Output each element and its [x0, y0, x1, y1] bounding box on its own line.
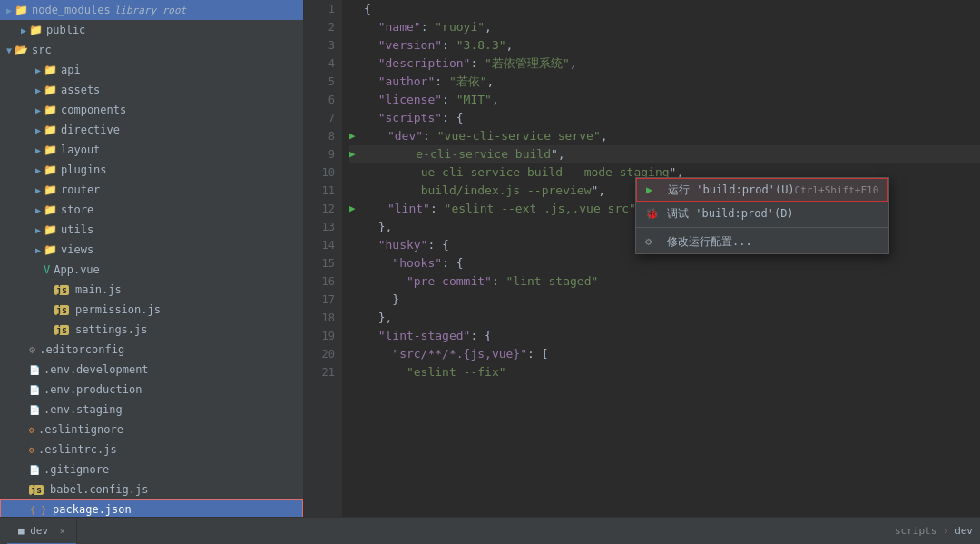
tab-dev[interactable]: ■ dev ✕: [7, 518, 77, 545]
context-menu-modify-label: 修改运行配置...: [667, 234, 752, 250]
tree-label: package.json: [53, 503, 132, 516]
git-icon: 📄: [29, 465, 40, 475]
eslint-icon: ⚙: [29, 425, 34, 435]
code-editor: 12345 678910 1112131415 1617181920 21 { …: [304, 0, 980, 517]
tab-close-icon[interactable]: ✕: [60, 526, 65, 536]
context-menu-run[interactable]: ▶ 运行 'build:prod'(U) Ctrl+Shift+F10: [636, 178, 888, 202]
line-numbers: 12345 678910 1112131415 1617181920 21: [304, 0, 342, 517]
tree-item-src[interactable]: ▼ 📂 src: [0, 40, 303, 60]
tree-label: settings.js: [75, 323, 147, 336]
tree-item-env-staging[interactable]: ▶ 📄 .env.staging: [0, 400, 303, 420]
tree-label: main.js: [75, 283, 122, 296]
breadcrumb-dev: dev: [955, 525, 973, 537]
tree-label: App.vue: [54, 263, 100, 276]
js-icon: js: [54, 325, 69, 335]
tree-item-package-json[interactable]: ▶ { } package.json: [0, 499, 303, 517]
folder-icon: 📁: [29, 24, 43, 36]
tree-label: components: [61, 104, 126, 116]
env-icon: 📄: [29, 405, 40, 415]
tree-label: .eslintignore: [38, 423, 123, 436]
tree-label: views: [61, 243, 93, 256]
vue-icon: V: [44, 263, 50, 276]
env-icon: 📄: [29, 365, 40, 375]
code-line-3: "version": "3.8.3",: [349, 36, 980, 54]
tree-item-utils[interactable]: ▶ 📁 utils: [0, 220, 303, 240]
tree-item-env-prod[interactable]: ▶ 📄 .env.production: [0, 380, 303, 400]
tree-item-babel[interactable]: ▶ js babel.config.js: [0, 480, 303, 499]
tree-item-plugins[interactable]: ▶ 📁 plugins: [0, 160, 303, 180]
code-line-6: "license": "MIT",: [349, 91, 980, 109]
tree-item-node-modules[interactable]: ▶ 📁 node_modules library root: [0, 0, 303, 20]
tree-item-router[interactable]: ▶ 📁 router: [0, 180, 303, 200]
tree-label: layout: [61, 143, 100, 156]
folder-icon: 📁: [44, 163, 57, 176]
run-icon: ▶: [646, 183, 662, 196]
folder-icon: 📁: [44, 64, 57, 76]
tree-item-eslintrc[interactable]: ▶ ⚙ .eslintrc.js: [0, 440, 303, 460]
tree-label: .env.staging: [44, 403, 122, 416]
json-icon: { }: [30, 505, 46, 515]
tree-arrow: ▶: [33, 245, 44, 255]
tree-item-settings-js[interactable]: ▶ js settings.js: [0, 320, 303, 340]
debug-icon: 🐞: [645, 207, 662, 220]
run-button-line8[interactable]: ▶: [349, 127, 356, 145]
code-line-17: }: [349, 291, 980, 309]
folder-icon: 📁: [44, 84, 57, 96]
context-menu-debug-label: 调试 'build:prod'(D): [667, 206, 794, 222]
tree-item-gitignore[interactable]: ▶ 📄 .gitignore: [0, 460, 303, 480]
context-menu-separator: [636, 227, 888, 228]
context-menu-modify[interactable]: ⚙ 修改运行配置...: [636, 230, 888, 253]
tree-item-layout[interactable]: ▶ 📁 layout: [0, 140, 303, 160]
tree-label: permission.js: [75, 303, 161, 316]
run-button-line12[interactable]: ▶: [349, 200, 356, 218]
tree-item-assets[interactable]: ▶ 📁 assets: [0, 80, 303, 100]
tree-item-permission-js[interactable]: ▶ js permission.js: [0, 300, 303, 320]
tree-item-views[interactable]: ▶ 📁 views: [0, 240, 303, 260]
breadcrumb: scripts › dev: [895, 525, 973, 537]
tree-arrow: ▶: [33, 165, 44, 175]
code-line-7: "scripts": {: [349, 109, 980, 127]
tree-item-main-js[interactable]: ▶ js main.js: [0, 280, 303, 300]
tree-label: .gitignore: [44, 463, 109, 476]
tree-item-eslintignore[interactable]: ▶ ⚙ .eslintignore: [0, 420, 303, 440]
tree-label: store: [61, 203, 93, 216]
tree-item-components[interactable]: ▶ 📁 components: [0, 100, 303, 120]
folder-open-icon: 📂: [15, 44, 28, 56]
code-line-8: ▶ "dev": "vue-cli-service serve",: [349, 127, 980, 145]
code-line-4: "description": "若依管理系统",: [349, 54, 980, 73]
tree-label: router: [61, 183, 100, 196]
tree-item-store[interactable]: ▶ 📁 store: [0, 200, 303, 220]
tree-item-directive[interactable]: ▶ 📁 directive: [0, 120, 303, 140]
folder-icon: 📁: [44, 104, 57, 116]
code-line-2: "name": "ruoyi",: [349, 18, 980, 36]
folder-icon: 📁: [15, 4, 28, 16]
code-line-16: "pre-commit": "lint-staged": [349, 272, 980, 291]
tree-arrow: ▶: [33, 65, 44, 75]
tree-arrow: ▼: [4, 45, 15, 55]
tab-dev-label: ■: [18, 525, 30, 537]
folder-icon: 📁: [44, 143, 57, 156]
tree-arrow: ▶: [33, 225, 44, 235]
tree-arrow: ▶: [33, 205, 44, 215]
context-menu-debug[interactable]: 🐞 调试 'build:prod'(D): [636, 202, 888, 225]
tree-item-editorconfig[interactable]: ▶ ⚙ .editorconfig: [0, 340, 303, 360]
tree-item-app-vue[interactable]: ▶ V App.vue: [0, 260, 303, 280]
tree-item-public[interactable]: ▶ 📁 public: [0, 20, 303, 40]
code-line-19: "lint-staged": {: [349, 327, 980, 345]
tree-label: babel.config.js: [50, 483, 148, 496]
tree-label: node_modules: [32, 4, 111, 16]
bottom-bar: ■ dev ✕ scripts › dev: [0, 517, 980, 544]
tree-label: .eslintrc.js: [38, 443, 117, 456]
tree-item-env-dev[interactable]: ▶ 📄 .env.development: [0, 360, 303, 380]
context-menu-run-shortcut: Ctrl+Shift+F10: [795, 184, 879, 196]
folder-icon: 📁: [44, 203, 57, 216]
tab-dev-text: dev: [30, 525, 48, 537]
main-container: ▶ 📁 node_modules library root ▶ 📁 public…: [0, 0, 980, 517]
breadcrumb-separator: ›: [943, 525, 955, 537]
run-button-line9[interactable]: ▶: [349, 145, 356, 163]
js-icon: js: [29, 485, 44, 495]
tree-label: .env.production: [44, 383, 142, 396]
tree-label: directive: [61, 124, 120, 136]
tree-item-api[interactable]: ▶ 📁 api: [0, 60, 303, 80]
code-line-21: "eslint --fix": [349, 363, 980, 381]
